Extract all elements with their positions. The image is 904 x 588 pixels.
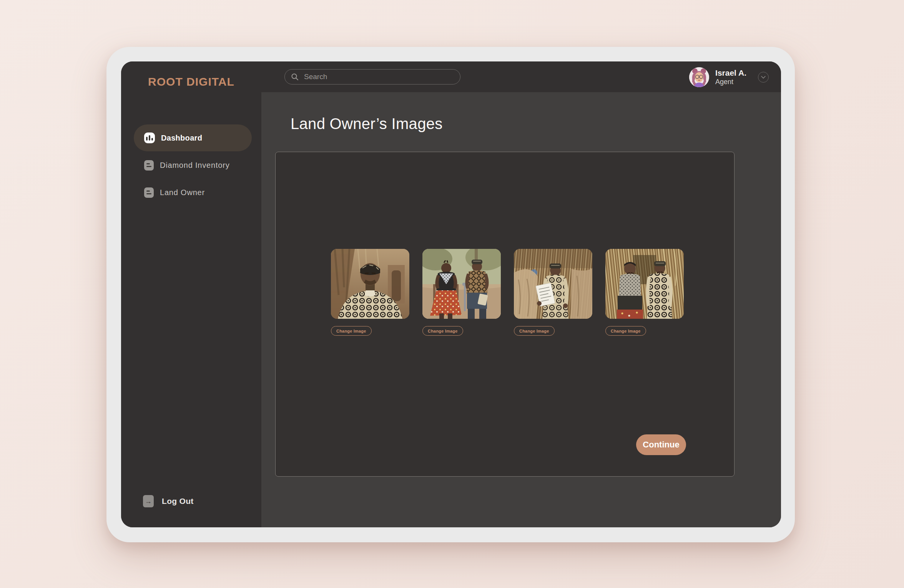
sidebar: Dashboard Diamond Inventory Land Owner →… — [121, 92, 261, 527]
image-card: Change Image — [514, 249, 592, 336]
sidebar-item-label: Dashboard — [161, 134, 202, 142]
land-owner-photo-3 — [514, 249, 592, 319]
document-icon — [144, 160, 154, 171]
images-panel: Change Image — [275, 152, 734, 477]
change-image-button[interactable]: Change Image — [422, 326, 463, 336]
search-bar[interactable] — [284, 69, 460, 84]
change-image-button[interactable]: Change Image — [514, 326, 555, 336]
device-frame: ROOT DIGITAL — [106, 47, 795, 542]
sidebar-item-label: Land Owner — [160, 188, 205, 197]
logout-button[interactable]: → Log Out — [143, 495, 194, 507]
avatar — [689, 67, 709, 87]
main-content: Land Owner’s Images — [261, 92, 781, 527]
land-owner-photo-1 — [331, 249, 409, 319]
image-card-row: Change Image — [331, 249, 684, 336]
change-image-button[interactable]: Change Image — [331, 326, 372, 336]
user-role: Agent — [715, 78, 746, 86]
search-input[interactable] — [303, 72, 456, 81]
continue-button[interactable]: Continue — [636, 434, 686, 455]
image-card: Change Image — [605, 249, 684, 336]
sidebar-item-label: Diamond Inventory — [160, 161, 229, 170]
user-name: Israel A. — [715, 68, 746, 78]
brand-logo: ROOT DIGITAL — [121, 61, 261, 92]
image-card: Change Image — [422, 249, 501, 336]
change-image-button[interactable]: Change Image — [605, 326, 646, 336]
image-card: Change Image — [331, 249, 409, 336]
search-icon — [291, 73, 299, 81]
chevron-down-icon[interactable] — [758, 72, 769, 83]
bar-chart-icon — [144, 133, 155, 143]
sidebar-item-land-owner[interactable]: Land Owner — [134, 179, 252, 206]
user-profile[interactable]: Israel A. Agent — [689, 67, 769, 88]
sidebar-item-dashboard[interactable]: Dashboard — [134, 124, 252, 151]
topbar: ROOT DIGITAL — [121, 61, 781, 92]
page-title: Land Owner’s Images — [291, 115, 443, 133]
logout-arrow-icon: → — [143, 495, 154, 507]
document-icon — [144, 187, 154, 198]
sidebar-nav: Dashboard Diamond Inventory Land Owner — [121, 92, 261, 206]
land-owner-photo-4 — [605, 249, 684, 319]
land-owner-photo-2 — [422, 249, 501, 319]
app-window: ROOT DIGITAL — [121, 61, 781, 527]
logout-label: Log Out — [162, 497, 194, 506]
sidebar-item-diamond-inventory[interactable]: Diamond Inventory — [134, 152, 252, 179]
